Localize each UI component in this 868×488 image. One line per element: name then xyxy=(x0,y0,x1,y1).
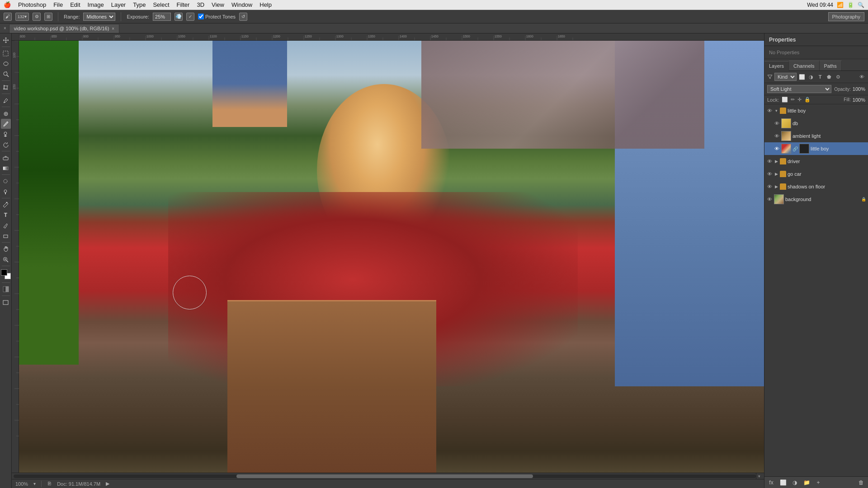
brush-tool-icon[interactable]: 🖌 xyxy=(4,13,12,21)
menu-view[interactable]: View xyxy=(212,1,224,8)
gradient-tool[interactable] xyxy=(1,163,11,173)
apple-menu[interactable]: 🍎 xyxy=(4,1,11,8)
new-layer-btn[interactable]: + xyxy=(814,479,822,487)
lock-pixels-btn[interactable]: ✏ xyxy=(791,97,795,103)
brush-settings-icon[interactable]: ⚙ xyxy=(33,13,41,21)
dodge-tool[interactable] xyxy=(1,187,11,197)
color-swatches[interactable] xyxy=(1,269,11,279)
hand-tool[interactable] xyxy=(1,244,11,254)
add-style-btn[interactable]: fx xyxy=(767,479,775,487)
layer-expand-arrow[interactable]: ▾ xyxy=(774,108,778,113)
layer-visibility-eye[interactable]: 👁 xyxy=(774,145,780,152)
layer-type-text-icon[interactable]: T xyxy=(816,73,824,80)
layer-visibility-eye[interactable]: 👁 xyxy=(774,120,780,127)
layer-kind-select[interactable]: Kind xyxy=(774,73,797,81)
lasso-tool[interactable] xyxy=(1,59,11,69)
delete-layer-btn[interactable]: 🗑 xyxy=(857,479,865,487)
lock-transparent-btn[interactable]: ⬜ xyxy=(782,97,788,103)
airbrush-icon[interactable]: 💨 xyxy=(175,13,183,21)
layer-visibility-eye[interactable]: 👁 xyxy=(766,158,773,164)
menu-select[interactable]: Select xyxy=(153,1,169,8)
menu-window[interactable]: Window xyxy=(231,1,252,8)
canvas-viewport[interactable] xyxy=(19,41,764,473)
brush-mode-icon[interactable]: ⊞ xyxy=(44,13,52,21)
blend-mode-select[interactable]: Soft Light xyxy=(767,85,831,93)
path-select-tool[interactable] xyxy=(1,221,11,230)
quick-select-tool[interactable] xyxy=(1,69,11,79)
layer-item-background[interactable]: 👁 background 🔒 xyxy=(764,193,868,206)
menu-type[interactable]: Type xyxy=(133,1,146,8)
layer-visibility-eye[interactable]: 👁 xyxy=(766,196,773,202)
layer-expand-arrow[interactable]: ▶ xyxy=(774,172,778,176)
menu-image[interactable]: Image xyxy=(88,1,104,8)
screen-mode-btn[interactable] xyxy=(1,297,11,307)
tab-layers[interactable]: Layers xyxy=(764,61,789,71)
eraser-tool[interactable] xyxy=(1,153,11,163)
layer-type-adj-icon[interactable]: ◑ xyxy=(807,73,815,80)
range-select[interactable]: Midtones xyxy=(83,13,115,21)
tab-channels[interactable]: Channels xyxy=(789,61,819,70)
lock-all-btn[interactable]: 🔒 xyxy=(804,97,811,103)
add-mask-btn[interactable]: ⬜ xyxy=(779,479,787,487)
history-brush-tool[interactable] xyxy=(1,140,11,150)
menu-filter[interactable]: Filter xyxy=(177,1,190,8)
layer-expand-arrow[interactable]: ▶ xyxy=(774,184,778,189)
text-tool[interactable]: T xyxy=(1,210,11,220)
layer-item-db[interactable]: 👁 db xyxy=(764,117,868,130)
layer-expand-arrow[interactable]: ▶ xyxy=(774,159,778,164)
healing-brush-tool[interactable] xyxy=(1,108,11,118)
layer-item-little-boy[interactable]: 👁 🔗 little boy xyxy=(764,142,868,155)
clone-stamp-tool[interactable] xyxy=(1,129,11,139)
create-group-btn[interactable]: 📁 xyxy=(802,479,811,487)
document-tab[interactable]: video workshop.psd @ 100% (db, RGB/16) × xyxy=(9,24,119,33)
layer-item-driver-group[interactable]: 👁 ▶ driver xyxy=(764,155,868,168)
protect-tones-checkbox[interactable] xyxy=(198,14,204,19)
photo-image[interactable] xyxy=(19,41,764,473)
layer-item-little-boy-group[interactable]: 👁 ▾ little boy xyxy=(764,104,868,117)
horizontal-scrollbar-thumb[interactable] xyxy=(236,474,533,478)
zoom-tool[interactable] xyxy=(1,254,11,264)
protect-tones-label[interactable]: Protect Tones xyxy=(198,14,236,19)
exposure-input[interactable] xyxy=(153,13,171,21)
layer-type-pixel-icon[interactable]: ⬜ xyxy=(798,73,806,80)
menu-3d[interactable]: 3D xyxy=(197,1,204,8)
workspace-photography-btn[interactable]: Photography xyxy=(828,12,864,21)
layer-visibility-eye[interactable]: 👁 xyxy=(766,108,773,114)
layer-type-shape-icon[interactable]: ⬟ xyxy=(826,73,833,80)
marquee-tool[interactable] xyxy=(1,48,11,58)
shape-tool[interactable] xyxy=(1,231,11,241)
tab-paths[interactable]: Paths xyxy=(820,61,842,70)
layer-visibility-eye[interactable]: 👁 xyxy=(766,171,773,177)
scroll-corner[interactable]: ▾ xyxy=(756,473,762,479)
document-tab-close[interactable]: × xyxy=(112,26,114,31)
blur-tool[interactable] xyxy=(1,176,11,186)
menu-layer[interactable]: Layer xyxy=(111,1,126,8)
layer-item-ambient-light[interactable]: 👁 ambient light xyxy=(764,130,868,142)
move-tool[interactable] xyxy=(1,35,11,45)
menu-edit[interactable]: Edit xyxy=(70,1,80,8)
more-info-arrow[interactable]: ▶ xyxy=(106,481,109,487)
layer-item-shadows-on-floor-group[interactable]: 👁 ▶ shadows on floor xyxy=(764,180,868,193)
menu-help[interactable]: Help xyxy=(259,1,272,8)
layer-visibility-eye[interactable]: 👁 xyxy=(766,183,773,190)
crop-tool[interactable] xyxy=(1,82,11,92)
eyedropper-tool[interactable] xyxy=(1,95,11,105)
zoom-icon[interactable]: ▾ xyxy=(33,481,36,486)
pen-tool[interactable] xyxy=(1,200,11,210)
menu-file[interactable]: File xyxy=(53,1,63,8)
menu-photoshop[interactable]: Photoshop xyxy=(18,1,46,8)
file-info-icon[interactable]: 🖹 xyxy=(47,481,52,486)
layer-link-icon[interactable]: 🔗 xyxy=(793,146,798,151)
layer-type-smart-icon[interactable]: ⚙ xyxy=(835,73,842,80)
protect-tones-icon[interactable]: ✓ xyxy=(186,13,194,21)
tab-close-all[interactable]: × xyxy=(4,26,6,31)
brush-tool[interactable] xyxy=(1,119,11,129)
horizontal-scrollbar-track[interactable] xyxy=(14,474,756,478)
foreground-color-swatch[interactable] xyxy=(1,269,7,276)
layer-visibility-toggle[interactable]: 👁 xyxy=(858,73,865,80)
brush-preset-picker[interactable]: 132▾ xyxy=(15,13,29,21)
add-adjustment-btn[interactable]: ◑ xyxy=(791,479,799,487)
quick-mask-mode-btn[interactable] xyxy=(1,284,11,294)
layer-item-go-car-group[interactable]: 👁 ▶ go car xyxy=(764,168,868,180)
reset-icon[interactable]: ↺ xyxy=(239,13,247,21)
